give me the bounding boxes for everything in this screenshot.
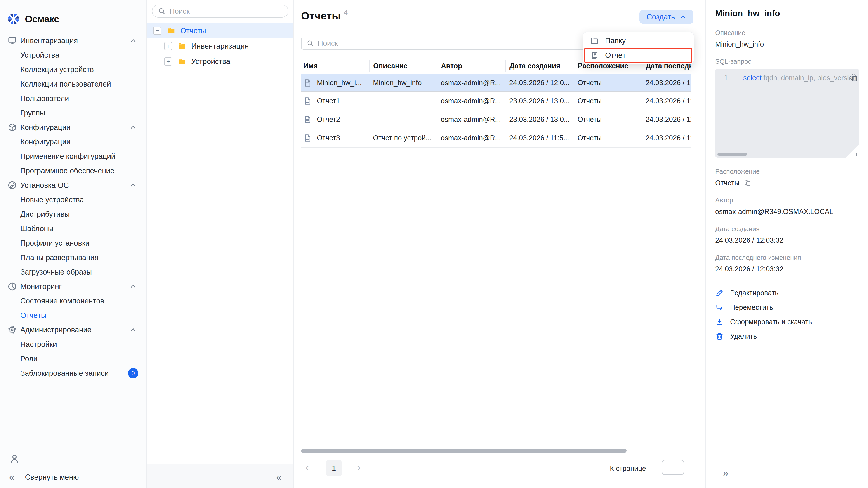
sidebar-item-label: Настройки [20,340,57,349]
chevron-up-icon[interactable] [129,124,137,131]
chevron-up-icon[interactable] [129,326,137,334]
created-value: 24.03.2026 / 12:03:32 [715,236,783,245]
pie-chart-icon [7,282,17,291]
pagination-page-1[interactable]: 1 [326,460,342,476]
sidebar-item-settings[interactable]: Настройки [0,337,147,352]
delete-action[interactable]: Удалить [715,329,859,344]
expand-node-icon[interactable]: + [164,42,172,50]
sidebar-section-os-install[interactable]: Установка ОС [0,178,147,193]
tree-search-input[interactable] [169,7,283,15]
chevron-up-icon[interactable] [129,283,137,290]
sidebar-item-install-profiles[interactable]: Профили установки [0,236,147,250]
collapse-node-icon[interactable]: − [153,27,161,35]
report-description [369,92,437,110]
sidebar-section-monitoring[interactable]: Мониторинг [0,279,147,294]
column-header-author[interactable]: Автор [437,60,506,73]
copy-sql-icon[interactable] [849,73,859,83]
sidebar-item-deployment-plans[interactable]: Планы развертывания [0,250,147,265]
sql-keyword: select [743,74,762,82]
sidebar-item-label: Программное обеспечение [20,166,114,175]
sidebar-item-blocked-accounts[interactable]: Заблокированные записи 0 [0,366,147,381]
collapse-details-panel-icon[interactable]: » [723,468,728,478]
sidebar-item-label: Коллекции пользователей [20,80,111,88]
sidebar-item-component-status[interactable]: Состояние компонентов [0,294,147,308]
tree-node-label: Отчеты [180,26,206,35]
sidebar-section-label: Инвентаризация [20,36,78,45]
create-button[interactable]: Создать [640,10,693,24]
tree-node-label: Инвентаризация [191,42,249,51]
sidebar-item-configurations[interactable]: Конфигурации [0,135,147,149]
sidebar-item-users[interactable]: Пользователи [0,91,147,106]
sidebar-item-label: Роли [20,355,37,363]
edit-action[interactable]: Редактировать [715,286,859,300]
search-icon [158,7,165,15]
sidebar-item-boot-images[interactable]: Загрузочные образы [0,265,147,279]
goto-page-input[interactable] [662,460,684,475]
sidebar-item-distributions[interactable]: Дистрибутивы [0,207,147,221]
sidebar-item-software[interactable]: Программное обеспечение [0,164,147,178]
double-chevron-left-icon: « [9,472,14,482]
modified-label: Дата последнего изменения [715,254,859,261]
sidebar-section-administration[interactable]: Администрирование [0,323,147,337]
sidebar-item-config-apply[interactable]: Применение конфигураций [0,149,147,164]
sidebar-item-reports[interactable]: Отчёты [0,308,147,323]
tree-node-reports[interactable]: − Отчеты [147,23,293,38]
expand-node-icon[interactable]: + [164,57,172,66]
table-row[interactable]: Minion_hw_i... Minion_hw_info osmax-admi… [301,73,691,92]
details-title: Minion_hw_info [715,8,859,18]
author-field: Автор osmax-admin@R349.OSMAX.LOCAL [715,197,859,216]
report-modified: 24.03.2026 / 11: [642,92,691,110]
report-created: 23.03.2026 / 13:0... [506,92,574,110]
pagination-next-icon[interactable]: › [357,463,360,472]
collapse-tree-panel-icon[interactable]: « [276,472,282,482]
sql-code-line[interactable]: select fqdn, domain_ip, bios_version [737,74,857,82]
sidebar-item-groups[interactable]: Группы [0,106,147,120]
resize-handle-icon[interactable] [852,152,858,157]
report-created: 23.03.2026 / 13:0... [506,110,574,129]
sidebar-item-templates[interactable]: Шаблоны [0,221,147,236]
move-action[interactable]: Переместить [715,300,859,315]
menu-item-create-report[interactable]: Отчёт [584,48,692,63]
horizontal-scrollbar[interactable] [301,449,627,453]
sidebar-section-inventory[interactable]: Инвентаризация [0,33,147,48]
column-header-created[interactable]: Дата создания [506,60,574,73]
move-icon [715,303,724,312]
sql-horizontal-scrollbar[interactable] [717,153,747,156]
column-header-description[interactable]: Описание [369,60,437,73]
user-avatar-icon[interactable] [9,453,20,464]
create-button-label: Создать [647,13,675,21]
table-row[interactable]: Отчет2 osmax-admin@R... 23.03.2026 / 13:… [301,110,691,129]
report-location: Отчеты [574,92,642,110]
menu-item-create-folder[interactable]: Папку [584,33,692,48]
table-row[interactable]: Отчет1 osmax-admin@R... 23.03.2026 / 13:… [301,92,691,110]
chevron-up-icon[interactable] [129,182,137,189]
sidebar-item-new-devices[interactable]: Новые устройства [0,193,147,207]
sidebar-section-configurations[interactable]: Конфигурации [0,120,147,135]
logo: Осмакс [0,0,147,25]
author-value: osmax-admin@R349.OSMAX.LOCAL [715,207,833,216]
sidebar-item-label: Отчёты [20,311,46,320]
sidebar-item-label: Конфигурации [20,138,70,146]
collapse-menu-button[interactable]: « Свернуть меню [0,472,147,488]
sql-editor[interactable]: 1 select fqdn, domain_ip, bios_version [715,69,860,158]
sidebar-item-label: Коллекции устройств [20,65,94,74]
sidebar-item-devices[interactable]: Устройства [0,48,147,62]
sidebar-item-device-collections[interactable]: Коллекции устройств [0,62,147,77]
modified-value: 24.03.2026 / 12:03:32 [715,265,783,273]
tree-node-inventory[interactable]: + Инвентаризация [147,38,293,54]
tree-node-devices[interactable]: + Устройства [147,54,293,69]
details-panel: Minion_hw_info Описание Minion_hw_info S… [705,0,868,488]
column-header-name[interactable]: Имя [301,60,369,73]
report-description: Отчет по устрой... [369,129,437,147]
sidebar-item-label: Профили установки [20,239,90,248]
report-created: 24.03.2026 / 12:0... [506,73,574,92]
tree-search[interactable] [152,4,288,18]
table-row[interactable]: Отчет3 Отчет по устрой... osmax-admin@R.… [301,129,691,147]
report-icon [590,51,599,60]
sidebar-item-user-collections[interactable]: Коллекции пользователей [0,77,147,91]
pagination-prev-icon[interactable]: ‹ [306,463,309,472]
generate-download-action[interactable]: Сформировать и скачать [715,315,859,329]
copy-location-icon[interactable] [744,179,752,187]
sidebar-item-roles[interactable]: Роли [0,352,147,366]
chevron-up-icon[interactable] [129,37,137,44]
